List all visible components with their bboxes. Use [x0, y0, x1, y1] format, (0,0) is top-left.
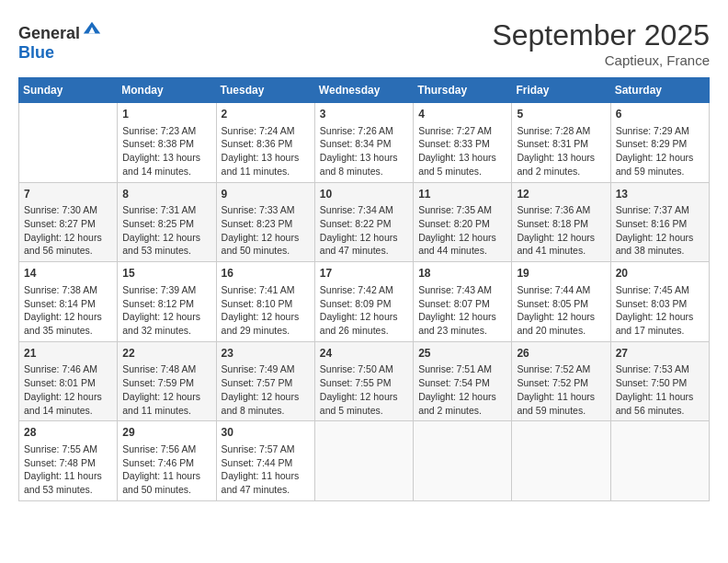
day-info: Daylight: 12 hours and 20 minutes.: [517, 310, 605, 337]
calendar-cell: 2Sunrise: 7:24 AMSunset: 8:36 PMDaylight…: [216, 103, 314, 183]
day-info: Daylight: 12 hours and 41 minutes.: [517, 231, 605, 258]
logo-icon: [82, 18, 102, 39]
calendar-cell: 1Sunrise: 7:23 AMSunset: 8:38 PMDaylight…: [118, 103, 216, 183]
day-info: Sunrise: 7:43 AM: [418, 283, 506, 297]
day-info: Sunset: 8:29 PM: [616, 137, 704, 151]
calendar-cell: 17Sunrise: 7:42 AMSunset: 8:09 PMDayligh…: [314, 262, 413, 342]
day-info: Sunset: 7:48 PM: [24, 456, 112, 470]
day-number: 21: [24, 346, 112, 362]
day-info: Sunrise: 7:44 AM: [517, 283, 605, 297]
day-number: 15: [122, 266, 210, 282]
day-info: Sunrise: 7:23 AM: [122, 124, 210, 138]
day-info: Sunset: 8:38 PM: [122, 137, 210, 151]
day-info: Sunrise: 7:56 AM: [122, 442, 210, 456]
day-info: Sunrise: 7:52 AM: [517, 362, 605, 376]
day-number: 1: [122, 107, 210, 122]
day-info: Daylight: 12 hours and 17 minutes.: [616, 310, 704, 337]
calendar-cell: 5Sunrise: 7:28 AMSunset: 8:31 PMDaylight…: [512, 103, 610, 183]
calendar-cell: 3Sunrise: 7:26 AMSunset: 8:34 PMDaylight…: [314, 103, 413, 183]
calendar-cell: 15Sunrise: 7:39 AMSunset: 8:12 PMDayligh…: [118, 262, 216, 342]
day-info: Sunset: 8:33 PM: [418, 137, 506, 151]
day-number: 27: [616, 346, 704, 362]
day-info: Sunrise: 7:29 AM: [616, 124, 704, 138]
day-number: 5: [517, 107, 605, 122]
day-info: Daylight: 12 hours and 32 minutes.: [122, 310, 210, 337]
day-info: Sunrise: 7:37 AM: [616, 203, 704, 217]
day-number: 17: [320, 266, 408, 282]
day-info: Sunset: 7:59 PM: [122, 376, 210, 390]
day-info: Sunrise: 7:50 AM: [320, 362, 408, 376]
day-info: Daylight: 12 hours and 44 minutes.: [418, 231, 506, 258]
day-info: Daylight: 12 hours and 2 minutes.: [418, 390, 506, 417]
day-number: 25: [418, 346, 506, 362]
day-info: Sunrise: 7:41 AM: [222, 283, 310, 297]
day-info: Daylight: 12 hours and 56 minutes.: [24, 231, 112, 258]
day-number: 30: [222, 425, 310, 441]
calendar-cell: 8Sunrise: 7:31 AMSunset: 8:25 PMDaylight…: [118, 182, 216, 262]
calendar-week-1: 1Sunrise: 7:23 AMSunset: 8:38 PMDaylight…: [19, 103, 710, 183]
calendar-week-5: 28Sunrise: 7:55 AMSunset: 7:48 PMDayligh…: [19, 421, 710, 501]
day-info: Daylight: 11 hours and 56 minutes.: [616, 390, 704, 417]
calendar-week-4: 21Sunrise: 7:46 AMSunset: 8:01 PMDayligh…: [19, 341, 710, 421]
day-info: Daylight: 12 hours and 53 minutes.: [122, 231, 210, 258]
day-info: Sunset: 7:57 PM: [222, 376, 310, 390]
calendar-cell: 23Sunrise: 7:49 AMSunset: 7:57 PMDayligh…: [216, 341, 314, 421]
day-info: Sunrise: 7:42 AM: [320, 283, 408, 297]
day-number: 26: [517, 346, 605, 362]
day-info: Sunset: 8:20 PM: [418, 217, 506, 231]
day-number: 7: [24, 187, 112, 202]
day-info: Sunrise: 7:36 AM: [517, 203, 605, 217]
calendar-cell: 14Sunrise: 7:38 AMSunset: 8:14 PMDayligh…: [19, 262, 118, 342]
header-saturday: Saturday: [610, 78, 709, 103]
day-info: Daylight: 12 hours and 23 minutes.: [418, 310, 506, 337]
day-info: Daylight: 12 hours and 5 minutes.: [320, 390, 408, 417]
day-info: Sunrise: 7:53 AM: [616, 362, 704, 376]
calendar-cell: 11Sunrise: 7:35 AMSunset: 8:20 PMDayligh…: [414, 182, 512, 262]
day-info: Sunset: 8:34 PM: [320, 137, 408, 151]
day-number: 22: [122, 346, 210, 362]
day-info: Sunrise: 7:33 AM: [222, 203, 310, 217]
day-number: 18: [418, 266, 506, 282]
day-info: Sunset: 8:22 PM: [320, 217, 408, 231]
day-info: Sunrise: 7:51 AM: [418, 362, 506, 376]
day-info: Sunset: 8:12 PM: [122, 297, 210, 311]
day-info: Daylight: 12 hours and 14 minutes.: [24, 390, 112, 417]
calendar-cell: 6Sunrise: 7:29 AMSunset: 8:29 PMDaylight…: [610, 103, 709, 183]
day-info: Sunrise: 7:46 AM: [24, 362, 112, 376]
day-info: Sunrise: 7:45 AM: [616, 283, 704, 297]
day-info: Sunrise: 7:39 AM: [122, 283, 210, 297]
day-info: Daylight: 11 hours and 50 minutes.: [122, 469, 210, 496]
day-info: Sunset: 7:54 PM: [418, 376, 506, 390]
day-info: Sunset: 8:09 PM: [320, 297, 408, 311]
logo: General Blue: [18, 18, 102, 63]
day-info: Sunrise: 7:38 AM: [24, 283, 112, 297]
day-info: Sunset: 7:46 PM: [122, 456, 210, 470]
day-info: Sunset: 8:23 PM: [222, 217, 310, 231]
day-info: Daylight: 11 hours and 53 minutes.: [24, 469, 112, 496]
day-number: 19: [517, 266, 605, 282]
calendar-cell: [414, 421, 512, 501]
day-info: Sunrise: 7:34 AM: [320, 203, 408, 217]
day-info: Sunset: 8:18 PM: [517, 217, 605, 231]
day-info: Daylight: 11 hours and 47 minutes.: [222, 469, 310, 496]
calendar-cell: 16Sunrise: 7:41 AMSunset: 8:10 PMDayligh…: [216, 262, 314, 342]
day-number: 11: [418, 187, 506, 202]
day-info: Daylight: 12 hours and 59 minutes.: [616, 151, 704, 178]
day-info: Sunset: 8:03 PM: [616, 297, 704, 311]
calendar-cell: 18Sunrise: 7:43 AMSunset: 8:07 PMDayligh…: [414, 262, 512, 342]
day-info: Sunrise: 7:57 AM: [222, 442, 310, 456]
day-number: 12: [517, 187, 605, 202]
day-number: 6: [616, 107, 704, 122]
calendar-table: SundayMondayTuesdayWednesdayThursdayFrid…: [18, 77, 710, 501]
day-info: Sunset: 8:16 PM: [616, 217, 704, 231]
day-info: Sunset: 8:27 PM: [24, 217, 112, 231]
calendar-cell: 9Sunrise: 7:33 AMSunset: 8:23 PMDaylight…: [216, 182, 314, 262]
day-info: Sunset: 8:31 PM: [517, 137, 605, 151]
day-info: Sunset: 7:50 PM: [616, 376, 704, 390]
day-info: Sunset: 8:25 PM: [122, 217, 210, 231]
calendar-cell: 4Sunrise: 7:27 AMSunset: 8:33 PMDaylight…: [414, 103, 512, 183]
calendar-header-row: SundayMondayTuesdayWednesdayThursdayFrid…: [19, 78, 710, 103]
day-number: 4: [418, 107, 506, 122]
logo-text: General Blue: [18, 18, 102, 63]
day-info: Daylight: 13 hours and 11 minutes.: [222, 151, 310, 178]
